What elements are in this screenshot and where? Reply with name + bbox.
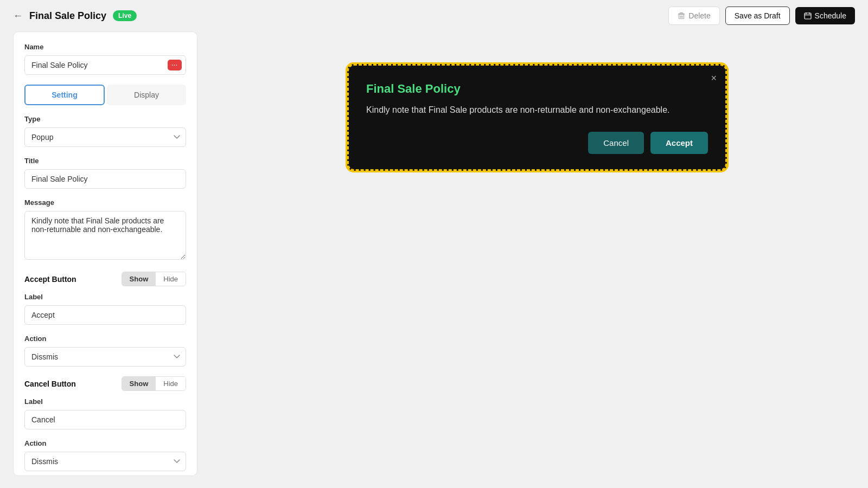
back-arrow[interactable]: ←: [13, 10, 23, 22]
title-section: Title: [24, 157, 186, 189]
delete-button[interactable]: Delete: [668, 7, 719, 25]
message-textarea[interactable]: Kindly note that Final Sale products are…: [24, 211, 186, 260]
accept-label-label: Label: [24, 293, 186, 301]
cancel-label-section: Label: [24, 397, 186, 429]
cancel-action-label: Action: [24, 439, 186, 447]
preview-area: × Final Sale Policy Kindly note that Fin…: [197, 31, 855, 476]
accept-button-section: Accept Button Show Hide Label Action Dis…: [24, 272, 186, 367]
type-select[interactable]: Popup Banner Inline: [24, 127, 186, 147]
accept-action-section: Action Dissmis Accept Redirect: [24, 335, 186, 367]
name-icon[interactable]: ···: [168, 60, 182, 70]
type-label: Type: [24, 115, 186, 123]
cancel-button-header: Cancel Button Show Hide: [24, 376, 186, 391]
svg-rect-6: [805, 13, 811, 19]
accept-show-hide-toggle: Show Hide: [122, 272, 186, 286]
tab-display[interactable]: Display: [107, 85, 186, 105]
popup-preview-message: Kindly note that Final Sale products are…: [366, 104, 708, 117]
accept-action-select[interactable]: Dissmis Accept Redirect: [24, 347, 186, 367]
svg-rect-1: [680, 12, 683, 14]
popup-preview-title: Final Sale Policy: [366, 82, 708, 96]
title-input[interactable]: [24, 169, 186, 189]
cancel-label-input[interactable]: [24, 410, 186, 429]
type-section: Type Popup Banner Inline: [24, 115, 186, 147]
topbar: ← Final Sale Policy Live Delete Save as …: [0, 0, 868, 31]
message-label: Message: [24, 198, 186, 207]
popup-close-button[interactable]: ×: [711, 73, 717, 83]
name-section: Name ···: [24, 43, 186, 75]
accept-hide-button[interactable]: Hide: [156, 272, 186, 286]
cancel-label-label: Label: [24, 397, 186, 406]
cancel-action-section: Action Dissmis Accept Redirect: [24, 439, 186, 471]
tab-toggle: Setting Display: [24, 85, 186, 105]
accept-label-input[interactable]: [24, 305, 186, 325]
accept-show-button[interactable]: Show: [122, 272, 156, 286]
accept-action-label: Action: [24, 335, 186, 343]
schedule-button[interactable]: Schedule: [795, 7, 855, 24]
sidebar-panel: Name ··· Setting Display Type Popup Bann…: [13, 31, 197, 476]
main-content: Name ··· Setting Display Type Popup Bann…: [0, 31, 868, 476]
calendar-icon: [804, 12, 812, 20]
accept-button-title: Accept Button: [24, 275, 76, 284]
name-input[interactable]: [24, 55, 186, 75]
accept-label-section: Label: [24, 293, 186, 325]
cancel-action-select[interactable]: Dissmis Accept Redirect: [24, 452, 186, 471]
cancel-show-button[interactable]: Show: [122, 377, 156, 390]
topbar-left: ← Final Sale Policy Live: [13, 10, 137, 22]
cancel-hide-button[interactable]: Hide: [156, 377, 186, 390]
cancel-button-section: Cancel Button Show Hide Label Action Dis…: [24, 376, 186, 471]
popup-actions: Cancel Accept: [366, 132, 708, 154]
cancel-show-hide-toggle: Show Hide: [122, 376, 186, 391]
page-title: Final Sale Policy: [29, 10, 106, 22]
trash-icon: [678, 12, 685, 20]
popup-preview: × Final Sale Policy Kindly note that Fin…: [347, 64, 727, 171]
message-section: Message Kindly note that Final Sale prod…: [24, 198, 186, 262]
tab-setting[interactable]: Setting: [24, 85, 105, 105]
live-badge: Live: [113, 10, 137, 21]
cancel-button-title: Cancel Button: [24, 380, 76, 388]
popup-cancel-button[interactable]: Cancel: [588, 132, 644, 154]
title-label: Title: [24, 157, 186, 165]
accept-button-header: Accept Button Show Hide: [24, 272, 186, 286]
popup-accept-button[interactable]: Accept: [650, 132, 708, 154]
save-as-draft-button[interactable]: Save as Draft: [725, 7, 790, 25]
name-input-wrap: ···: [24, 55, 186, 75]
topbar-right: Delete Save as Draft Schedule: [668, 7, 855, 25]
name-label: Name: [24, 43, 186, 51]
